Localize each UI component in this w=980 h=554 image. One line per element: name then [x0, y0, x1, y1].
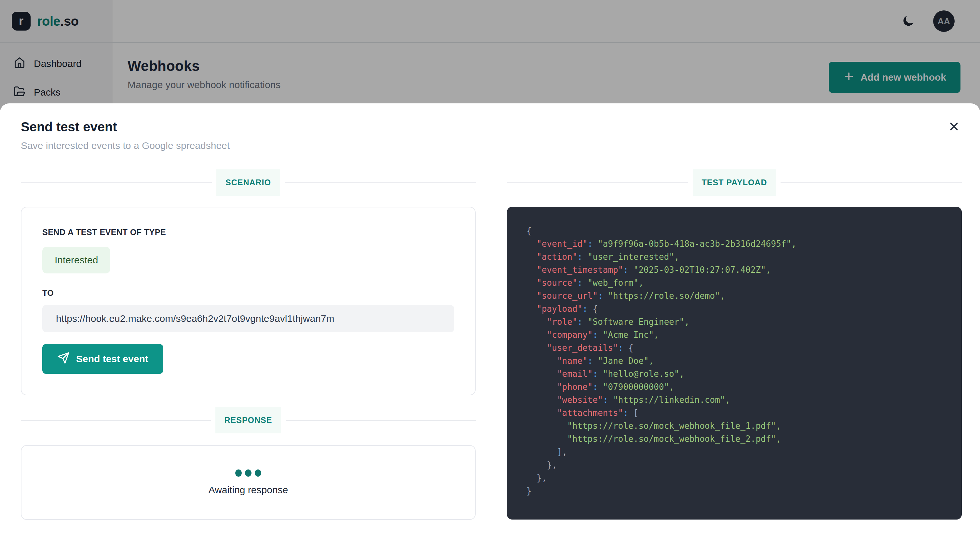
scenario-column: SCENARIO SEND A TEST EVENT OF TYPE Inter…	[21, 169, 476, 520]
send-test-event-label: Send test event	[76, 353, 148, 365]
modal-title: Send test event	[21, 119, 962, 134]
event-type-badge: Interested	[42, 247, 110, 274]
send-test-event-button[interactable]: Send test event	[42, 344, 163, 374]
payload-column: TEST PAYLOAD { "event_id": "a9f9f96a-0b5…	[507, 169, 962, 520]
payload-code: { "event_id": "a9f9f96a-0b5b-418a-ac3b-2…	[507, 207, 962, 519]
loading-dots-icon	[235, 470, 261, 477]
modal-subtitle: Save interested events to a Google sprea…	[21, 140, 962, 151]
webhook-url-input[interactable]	[42, 305, 454, 332]
app-root: r role.so Dashboard Packs	[0, 0, 980, 554]
modal-columns: SCENARIO SEND A TEST EVENT OF TYPE Inter…	[21, 169, 962, 520]
to-label: TO	[42, 288, 454, 298]
event-type-label: SEND A TEST EVENT OF TYPE	[42, 228, 454, 237]
scenario-card: SEND A TEST EVENT OF TYPE Interested TO …	[21, 207, 476, 395]
scenario-section-label: SCENARIO	[216, 169, 280, 196]
send-test-event-modal: Send test event Save interested events t…	[0, 103, 980, 554]
response-status-text: Awaiting response	[209, 484, 288, 495]
send-icon	[57, 352, 70, 366]
response-card: Awaiting response	[21, 445, 476, 520]
response-section-divider: RESPONSE	[21, 407, 476, 433]
response-section-label: RESPONSE	[215, 407, 281, 433]
payload-section-label: TEST PAYLOAD	[693, 169, 776, 196]
payload-section-divider: TEST PAYLOAD	[507, 169, 962, 196]
close-icon[interactable]	[945, 118, 963, 136]
scenario-section-divider: SCENARIO	[21, 169, 476, 196]
